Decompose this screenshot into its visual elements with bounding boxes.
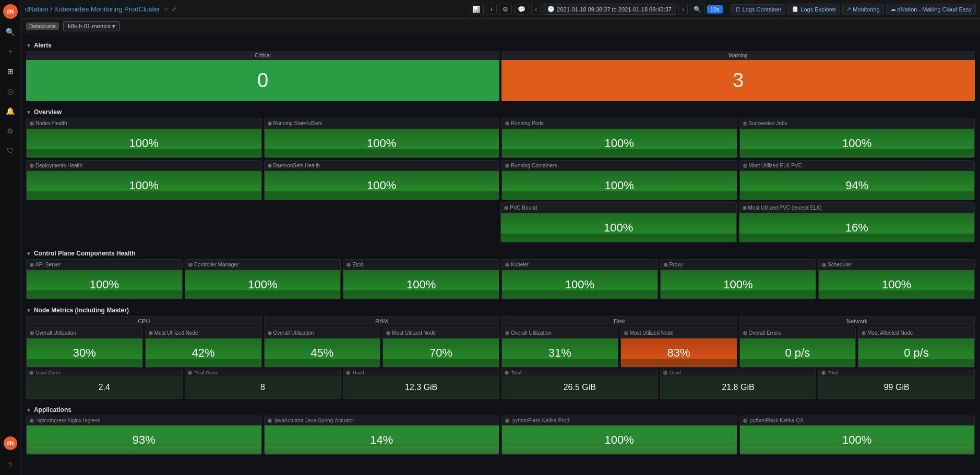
alerts-section-header[interactable]: ▼ Alerts — [26, 39, 975, 51]
metric-card-header: iController Manager — [185, 260, 341, 270]
clock-icon: 🕐 — [547, 6, 555, 13]
alert-warning-card[interactable]: Warning 3 — [501, 51, 975, 101]
metric-card-header: iMost Utilized ELK PVC — [740, 161, 975, 171]
monitoring-icon: ↗ — [846, 6, 851, 13]
metric-label: Most Utilized PVC (except ELK) — [748, 205, 822, 211]
next-time-btn[interactable]: › — [678, 4, 688, 15]
star-icon[interactable]: ☆ — [163, 6, 169, 13]
info-icon: i — [862, 331, 866, 335]
comments-btn[interactable]: 💬 — [514, 4, 529, 15]
metric-value: 42% — [192, 346, 215, 360]
metric-value: 100% — [565, 278, 594, 291]
alert-warning-header: Warning — [501, 51, 975, 60]
nav-add[interactable]: ＋ — [4, 45, 17, 58]
nav-settings[interactable]: ⚙ — [4, 124, 17, 138]
metric-card[interactable]: iMost Utilized Node 42% — [145, 327, 262, 368]
sub-metric-card[interactable]: i Used 21.8 GiB — [660, 369, 817, 399]
metric-card[interactable]: iRunning Pods 100% — [501, 118, 737, 158]
metric-card[interactable]: iRunning StatefulSets 100% — [264, 118, 500, 158]
metric-card[interactable]: iDaemonSets Health 100% — [264, 160, 500, 200]
sparkline — [739, 234, 975, 242]
nav-explore[interactable]: ◎ — [4, 84, 17, 98]
app-card[interactable]: i nginxIngress Nginx-Ingress 93% — [26, 416, 262, 455]
alert-critical-value: 0 — [26, 60, 499, 101]
nav-dashboards[interactable]: ⊞ — [4, 65, 17, 78]
applications-section-header[interactable]: ▼ Applications — [26, 403, 975, 416]
breadcrumb-org[interactable]: dNation — [25, 5, 49, 13]
metric-card[interactable]: iMost Utilized PVC (except ELK) 16% — [739, 202, 975, 242]
sub-metric-card[interactable]: i Total 26.5 GiB — [501, 369, 658, 399]
sub-metric-card[interactable]: i Total Cores 8 — [185, 369, 341, 399]
app-card[interactable]: i pythonFlask Kaitka-Prod 100% — [501, 416, 737, 455]
metric-card[interactable]: iScheduler 100% — [818, 259, 975, 299]
app-sparkline — [265, 446, 499, 455]
sparkline — [661, 290, 816, 299]
nav-avatar[interactable]: dN — [4, 436, 17, 450]
metric-card[interactable]: iOverall Utilization 30% — [26, 327, 143, 368]
app-sparkline — [27, 446, 261, 455]
metric-card[interactable]: iOverall Utilization 31% — [501, 327, 618, 368]
metric-card[interactable]: iController Manager 100% — [185, 259, 341, 299]
metric-card[interactable]: iOverall Errors 0 p/s — [739, 327, 856, 368]
metric-card[interactable]: iSucceeded Jobs 100% — [739, 118, 975, 158]
alert-critical-card[interactable]: Critical 0 — [26, 51, 499, 101]
metric-card[interactable]: iOverall Utilization 45% — [264, 327, 381, 368]
metric-label: Running Pods — [511, 120, 544, 126]
metric-card[interactable]: iKubelet 100% — [501, 259, 658, 299]
metric-card[interactable]: iMost Utilized Node 83% — [620, 327, 737, 368]
metric-card[interactable]: iPVC Bound 100% — [500, 202, 737, 242]
metric-card[interactable]: iNodes Health 100% — [26, 118, 262, 158]
overview-section-header[interactable]: ▼ Overview — [26, 105, 975, 118]
metric-card[interactable]: iMost Affected Node 0 p/s — [858, 327, 975, 368]
metric-card-body: 100% — [343, 270, 499, 299]
prev-time-btn[interactable]: ‹ — [531, 4, 541, 15]
app-card[interactable]: i javaActuator Java-Spring-Actuator 14% — [264, 416, 500, 455]
sub-metric-card[interactable]: i Total 99 GiB — [818, 369, 975, 399]
breadcrumb-sep: / — [50, 5, 52, 13]
bar-chart-btn[interactable]: 📊 — [469, 4, 484, 15]
metric-card[interactable]: iDeployments Health 100% — [26, 160, 262, 200]
nav-help[interactable]: ? — [4, 458, 17, 472]
metric-value: 70% — [429, 346, 452, 360]
zoom-out-btn[interactable]: 🔍 — [690, 4, 705, 15]
settings-btn[interactable]: ⚙ — [499, 4, 512, 15]
datasource-select[interactable]: k8s-h-01-metrics ▾ — [63, 21, 120, 31]
nav-sidebar: dN 🔍 ＋ ⊞ ◎ 🔔 ⚙ 🛡 dN ? — [0, 0, 21, 472]
share-icon[interactable]: ⤢ — [172, 6, 176, 13]
metric-card-body: 100% — [265, 171, 499, 200]
cloud-btn[interactable]: ☁ dNation - Making Cloud Easy — [886, 4, 976, 15]
sub-metric-card[interactable]: i Used Cores 2.4 — [26, 369, 183, 399]
metric-label: Overall Utilization — [35, 330, 76, 336]
refresh-badge[interactable]: 10s — [707, 5, 723, 14]
metric-value: 94% — [845, 179, 868, 192]
metric-card-body: 100% — [27, 270, 182, 299]
metric-card[interactable]: iEtcd 100% — [343, 259, 499, 299]
metric-card[interactable]: iMost Utilized ELK PVC 94% — [739, 160, 975, 200]
app-label: pythonFlask Kaitka-QA — [750, 418, 804, 423]
metric-card[interactable]: iMost Utilized Node 70% — [383, 327, 499, 368]
control-plane-section-header[interactable]: ▼ Control Plane Components Health — [26, 247, 975, 259]
monitoring-btn[interactable]: ↗ Monitoring — [842, 4, 883, 15]
metric-label: Kubelet — [511, 262, 529, 267]
info-icon: i — [743, 419, 747, 423]
logs-container-btn[interactable]: 🗒 Logs Container — [731, 4, 786, 15]
metric-card[interactable]: iRunning Containers 100% — [501, 160, 737, 200]
app-card[interactable]: i pythonFlask Kaitka-QA 100% — [739, 416, 975, 455]
nav-alerts[interactable]: 🔔 — [4, 104, 17, 118]
node-metrics-section-header[interactable]: ▼ Node Metrics (Including Master) — [26, 303, 975, 316]
alerts-title: Alerts — [34, 42, 52, 49]
metric-card[interactable]: iAPI Server 100% — [26, 259, 183, 299]
monitoring-label: Monitoring — [853, 6, 879, 13]
logs-explorer-btn[interactable]: 📋 Logs Explorer — [787, 4, 840, 15]
add-panel-btn[interactable]: + — [486, 4, 497, 15]
metric-card[interactable]: iProxy 100% — [660, 259, 817, 299]
metric-card-body: 100% — [661, 270, 816, 299]
logo[interactable]: dN — [3, 4, 18, 19]
sub-metric-card[interactable]: i Used 12.3 GiB — [343, 369, 499, 399]
metric-card-header: iRunning Pods — [502, 118, 737, 129]
nav-search[interactable]: 🔍 — [4, 25, 17, 39]
time-range[interactable]: 🕐 2021-01-18 09:38:37 to 2021-01-18 09:4… — [543, 4, 676, 15]
nav-shield[interactable]: 🛡 — [4, 144, 17, 157]
info-icon: i — [505, 331, 509, 335]
sparkline — [265, 149, 499, 158]
